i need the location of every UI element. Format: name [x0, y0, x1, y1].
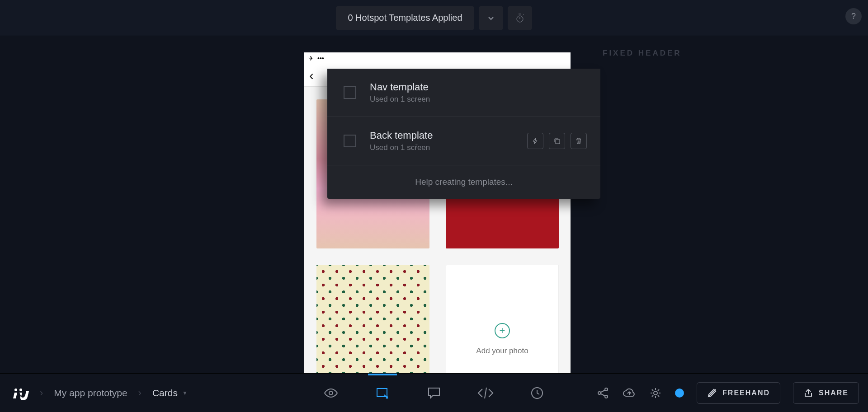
- comment-mode-button[interactable]: [424, 383, 444, 403]
- card-happy-holidays[interactable]: HAPPY HOLIDAYS: [316, 265, 429, 374]
- freehand-icon: [707, 388, 717, 398]
- share-button[interactable]: SHARE: [793, 382, 859, 404]
- share-arrow-icon: [803, 388, 813, 398]
- svg-point-8: [654, 391, 657, 395]
- svg-rect-1: [556, 140, 560, 144]
- help-button[interactable]: ?: [845, 8, 862, 24]
- template-title: Back template: [370, 130, 433, 141]
- invision-logo[interactable]: [11, 384, 29, 402]
- trash-icon: [575, 137, 582, 145]
- share-link-button[interactable]: [596, 386, 610, 400]
- stage: FIXED HEADER ✈ ••• ‹ + Very Merry Christ…: [0, 36, 868, 373]
- phone-status-bar: ✈ •••: [304, 52, 571, 64]
- template-delete-button[interactable]: [571, 133, 587, 149]
- template-subtitle: Used on 1 screen: [370, 95, 430, 104]
- signal-icon: •••: [317, 55, 324, 62]
- card-add-photo[interactable]: + Add your photo A: [446, 265, 559, 374]
- gear-icon: [649, 387, 662, 399]
- inspect-mode-button[interactable]: [476, 383, 495, 403]
- template-subtitle: Used on 1 screen: [370, 143, 433, 152]
- text-cursor-icon: 𝙸: [414, 142, 419, 150]
- template-title: Nav template: [370, 81, 430, 93]
- add-photo-label: Add your photo: [476, 346, 528, 356]
- code-icon: [476, 385, 495, 401]
- bottom-bar: › My app prototype › Cards ▼: [0, 373, 868, 412]
- chevron-down-icon: [487, 14, 495, 22]
- template-item-nav[interactable]: Nav template Used on 1 screen: [327, 69, 600, 117]
- template-checkbox[interactable]: [344, 135, 356, 147]
- settings-button[interactable]: [649, 386, 662, 400]
- hotspot-icon: [374, 385, 391, 401]
- question-icon: ?: [851, 12, 856, 21]
- fixed-header-label: FIXED HEADER: [603, 49, 682, 58]
- breadcrumb-screen[interactable]: Cards: [152, 388, 178, 398]
- share-label: SHARE: [819, 389, 849, 397]
- plus-circle-icon: +: [495, 323, 510, 338]
- template-item-back[interactable]: Back template Used on 1 screen: [327, 117, 600, 165]
- template-actions: [527, 133, 587, 149]
- breadcrumb-sep-icon: ›: [40, 387, 43, 399]
- timer-button[interactable]: [508, 6, 532, 30]
- template-checkbox[interactable]: [344, 86, 356, 99]
- eye-icon: [323, 385, 339, 401]
- upload-button[interactable]: [623, 386, 636, 400]
- templates-help-link[interactable]: Help creating templates...: [327, 165, 600, 199]
- copy-icon: [553, 137, 561, 145]
- templates-dropdown-panel: Nav template Used on 1 screen Back templ…: [327, 69, 600, 199]
- presence-avatar[interactable]: [675, 389, 684, 398]
- template-apply-button[interactable]: [527, 133, 543, 149]
- airplane-icon: ✈: [308, 55, 314, 62]
- hotspot-templates-label: 0 Hotspot Templates Applied: [348, 13, 462, 23]
- hotspot-templates-dropdown[interactable]: 0 Hotspot Templates Applied: [336, 6, 474, 30]
- freehand-label: FREEHAND: [722, 389, 770, 397]
- history-mode-button[interactable]: [527, 383, 547, 403]
- svg-point-2: [329, 391, 333, 395]
- breadcrumb-project[interactable]: My app prototype: [54, 388, 127, 398]
- preview-mode-button[interactable]: [321, 383, 341, 403]
- template-duplicate-button[interactable]: [549, 133, 565, 149]
- mode-toolbar: [321, 374, 547, 412]
- bolt-icon: [532, 137, 538, 145]
- freehand-button[interactable]: FREEHAND: [697, 382, 780, 404]
- clock-icon: [530, 386, 544, 400]
- comment-icon: [426, 385, 442, 401]
- hotspot-templates-caret-button[interactable]: [479, 6, 503, 30]
- share-nodes-icon: [597, 387, 609, 399]
- right-toolbar: FREEHAND SHARE: [596, 374, 859, 412]
- stopwatch-icon: [514, 13, 525, 23]
- cloud-upload-icon: [623, 387, 636, 399]
- top-bar-center: 0 Hotspot Templates Applied: [336, 6, 532, 30]
- breadcrumb-sep-icon: ›: [138, 387, 142, 399]
- back-chevron-icon[interactable]: ‹: [309, 68, 314, 83]
- build-mode-button[interactable]: [373, 383, 392, 403]
- top-bar: 0 Hotspot Templates Applied ?: [0, 0, 868, 36]
- chevron-down-icon[interactable]: ▼: [182, 390, 188, 396]
